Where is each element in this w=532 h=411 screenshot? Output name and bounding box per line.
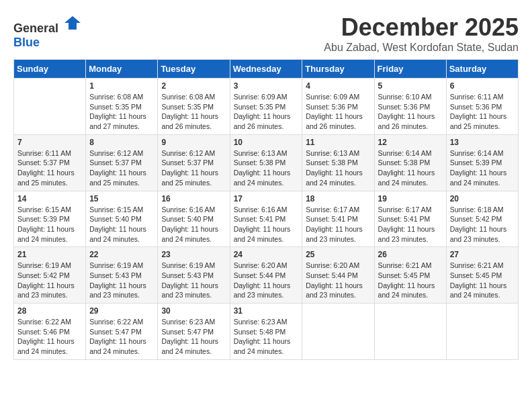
page-container: General Blue December 2025 Abu Zabad, We…: [13, 13, 519, 360]
sunrise-text: Sunrise: 6:23 AM: [234, 318, 287, 326]
day-number: 3: [234, 81, 299, 91]
daylight-text: Daylight: 11 hours and 24 minutes.: [306, 169, 363, 187]
sunrise-text: Sunrise: 6:19 AM: [89, 261, 143, 269]
logo: General Blue: [13, 13, 82, 50]
calendar-cell: 14 Sunrise: 6:15 AM Sunset: 5:39 PM Dayl…: [14, 191, 86, 247]
cell-content: Sunrise: 6:13 AM Sunset: 5:38 PM Dayligh…: [306, 148, 370, 188]
title-section: December 2025 Abu Zabad, West Kordofan S…: [324, 13, 519, 54]
sunrise-text: Sunrise: 6:21 AM: [450, 261, 504, 269]
calendar-cell: 26 Sunrise: 6:21 AM Sunset: 5:45 PM Dayl…: [374, 247, 446, 304]
sunset-text: Sunset: 5:47 PM: [161, 328, 214, 336]
sunset-text: Sunset: 5:37 PM: [161, 158, 214, 167]
daylight-text: Daylight: 11 hours and 24 minutes.: [234, 225, 291, 243]
sunrise-text: Sunrise: 6:22 AM: [89, 318, 143, 326]
sunrise-text: Sunrise: 6:23 AM: [161, 318, 215, 326]
sunrise-text: Sunrise: 6:11 AM: [17, 149, 71, 157]
daylight-text: Daylight: 11 hours and 24 minutes.: [378, 169, 435, 187]
daylight-text: Daylight: 11 hours and 25 minutes.: [89, 169, 146, 187]
daylight-text: Daylight: 11 hours and 24 minutes.: [378, 281, 435, 300]
calendar-cell: 21 Sunrise: 6:19 AM Sunset: 5:42 PM Dayl…: [14, 247, 86, 304]
sunrise-text: Sunrise: 6:08 AM: [89, 93, 143, 101]
header-day: Friday: [374, 60, 446, 79]
sunrise-text: Sunrise: 6:16 AM: [234, 205, 287, 214]
daylight-text: Daylight: 11 hours and 24 minutes.: [89, 225, 146, 243]
cell-content: Sunrise: 6:19 AM Sunset: 5:43 PM Dayligh…: [89, 261, 154, 300]
daylight-text: Daylight: 11 hours and 23 minutes.: [450, 225, 507, 243]
daylight-text: Daylight: 11 hours and 23 minutes.: [234, 281, 291, 300]
cell-content: Sunrise: 6:11 AM Sunset: 5:37 PM Dayligh…: [17, 148, 82, 188]
day-number: 14: [17, 194, 82, 203]
sunset-text: Sunset: 5:46 PM: [17, 328, 70, 336]
calendar-cell: 18 Sunrise: 6:17 AM Sunset: 5:41 PM Dayl…: [302, 191, 374, 247]
sunset-text: Sunset: 5:39 PM: [17, 215, 70, 223]
sunset-text: Sunset: 5:40 PM: [161, 215, 214, 223]
cell-content: Sunrise: 6:18 AM Sunset: 5:42 PM Dayligh…: [450, 205, 515, 244]
subtitle: Abu Zabad, West Kordofan State, Sudan: [324, 42, 519, 54]
calendar-cell: 15 Sunrise: 6:15 AM Sunset: 5:40 PM Dayl…: [86, 191, 158, 247]
sunrise-text: Sunrise: 6:20 AM: [306, 261, 359, 269]
calendar-cell: [14, 79, 86, 135]
calendar-cell: [302, 304, 374, 360]
daylight-text: Daylight: 11 hours and 23 minutes.: [89, 281, 146, 300]
cell-content: Sunrise: 6:21 AM Sunset: 5:45 PM Dayligh…: [450, 261, 515, 300]
sunrise-text: Sunrise: 6:17 AM: [306, 205, 359, 214]
sunset-text: Sunset: 5:36 PM: [450, 103, 502, 111]
calendar-cell: 22 Sunrise: 6:19 AM Sunset: 5:43 PM Dayl…: [86, 247, 158, 304]
day-number: 25: [306, 250, 370, 259]
cell-content: Sunrise: 6:09 AM Sunset: 5:36 PM Dayligh…: [306, 92, 370, 132]
daylight-text: Daylight: 11 hours and 23 minutes.: [17, 281, 75, 300]
cell-content: Sunrise: 6:13 AM Sunset: 5:38 PM Dayligh…: [234, 148, 299, 188]
calendar-cell: 6 Sunrise: 6:11 AM Sunset: 5:36 PM Dayli…: [446, 79, 518, 135]
cell-content: Sunrise: 6:22 AM Sunset: 5:46 PM Dayligh…: [17, 317, 82, 357]
calendar-row: 7 Sunrise: 6:11 AM Sunset: 5:37 PM Dayli…: [14, 134, 519, 191]
day-number: 18: [306, 194, 370, 203]
daylight-text: Daylight: 11 hours and 23 minutes.: [306, 281, 363, 300]
sunset-text: Sunset: 5:40 PM: [89, 215, 142, 223]
day-number: 16: [161, 194, 226, 203]
day-number: 24: [234, 250, 299, 259]
cell-content: Sunrise: 6:15 AM Sunset: 5:39 PM Dayligh…: [17, 205, 82, 244]
day-number: 17: [234, 194, 299, 203]
sunrise-text: Sunrise: 6:13 AM: [306, 149, 359, 157]
cell-content: Sunrise: 6:14 AM Sunset: 5:39 PM Dayligh…: [450, 148, 515, 188]
sunrise-text: Sunrise: 6:14 AM: [450, 149, 504, 157]
calendar-cell: 10 Sunrise: 6:13 AM Sunset: 5:38 PM Dayl…: [230, 134, 302, 191]
sunset-text: Sunset: 5:45 PM: [450, 271, 502, 279]
sunset-text: Sunset: 5:38 PM: [378, 158, 431, 167]
day-number: 22: [89, 250, 154, 259]
daylight-text: Daylight: 11 hours and 23 minutes.: [161, 281, 218, 300]
sunrise-text: Sunrise: 6:08 AM: [161, 93, 215, 101]
logo-general: General: [13, 21, 58, 35]
calendar-cell: 20 Sunrise: 6:18 AM Sunset: 5:42 PM Dayl…: [446, 191, 518, 247]
sunrise-text: Sunrise: 6:09 AM: [306, 93, 359, 101]
sunrise-text: Sunrise: 6:15 AM: [17, 205, 71, 214]
calendar-cell: 8 Sunrise: 6:12 AM Sunset: 5:37 PM Dayli…: [86, 134, 158, 191]
logo-blue: Blue: [13, 36, 40, 49]
calendar-cell: 30 Sunrise: 6:23 AM Sunset: 5:47 PM Dayl…: [158, 304, 230, 360]
header-day: Saturday: [446, 60, 518, 79]
cell-content: Sunrise: 6:08 AM Sunset: 5:35 PM Dayligh…: [161, 92, 226, 132]
header-day: Monday: [86, 60, 158, 79]
calendar-cell: 16 Sunrise: 6:16 AM Sunset: 5:40 PM Dayl…: [158, 191, 230, 247]
day-number: 13: [450, 138, 515, 147]
sunrise-text: Sunrise: 6:12 AM: [161, 149, 215, 157]
daylight-text: Daylight: 11 hours and 26 minutes.: [306, 112, 363, 130]
cell-content: Sunrise: 6:10 AM Sunset: 5:36 PM Dayligh…: [378, 92, 443, 132]
svg-marker-0: [64, 16, 81, 30]
sunrise-text: Sunrise: 6:19 AM: [161, 261, 215, 269]
cell-content: Sunrise: 6:16 AM Sunset: 5:41 PM Dayligh…: [234, 205, 299, 244]
cell-content: Sunrise: 6:12 AM Sunset: 5:37 PM Dayligh…: [161, 148, 226, 188]
day-number: 2: [161, 81, 226, 91]
day-number: 6: [450, 81, 515, 91]
sunrise-text: Sunrise: 6:12 AM: [89, 149, 143, 157]
cell-content: Sunrise: 6:15 AM Sunset: 5:40 PM Dayligh…: [89, 205, 154, 244]
sunset-text: Sunset: 5:41 PM: [306, 215, 358, 223]
daylight-text: Daylight: 11 hours and 27 minutes.: [89, 112, 146, 130]
sunrise-text: Sunrise: 6:15 AM: [89, 205, 143, 214]
cell-content: Sunrise: 6:12 AM Sunset: 5:37 PM Dayligh…: [89, 148, 154, 188]
header-row: SundayMondayTuesdayWednesdayThursdayFrid…: [14, 60, 519, 79]
day-number: 15: [89, 194, 154, 203]
sunset-text: Sunset: 5:43 PM: [89, 271, 142, 279]
sunrise-text: Sunrise: 6:22 AM: [17, 318, 71, 326]
sunset-text: Sunset: 5:38 PM: [234, 158, 286, 167]
